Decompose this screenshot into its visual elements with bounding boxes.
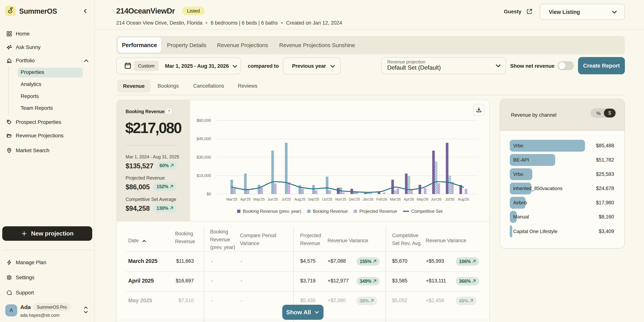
svg-text:Feb'26: Feb'26 — [376, 197, 387, 201]
svg-text:Oct'25: Oct'25 — [322, 197, 332, 201]
svg-text:May'26: May'26 — [417, 197, 428, 201]
svg-text:Apr'26: Apr'26 — [404, 197, 414, 201]
svg-text:$0: $0 — [206, 192, 211, 196]
svg-text:Mar'25: Mar'25 — [226, 197, 237, 201]
svg-text:Jun'25: Jun'25 — [267, 197, 278, 201]
svg-text:Aug'25: Aug'25 — [294, 197, 306, 201]
svg-text:Apr'25: Apr'25 — [240, 197, 250, 201]
svg-text:Aug'26: Aug'26 — [458, 197, 469, 201]
svg-text:Jul'26: Jul'26 — [445, 197, 454, 201]
svg-text:Jan'26: Jan'26 — [363, 197, 373, 201]
svg-text:Nov'25: Nov'25 — [335, 197, 346, 201]
svg-text:$30,000: $30,000 — [196, 155, 211, 160]
svg-text:Jun'26: Jun'26 — [431, 197, 442, 201]
svg-text:Dec'25: Dec'25 — [349, 197, 360, 201]
svg-text:Sep'25: Sep'25 — [308, 197, 319, 201]
svg-text:$15,000: $15,000 — [196, 173, 211, 178]
svg-text:May'25: May'25 — [253, 197, 265, 201]
svg-text:$45,000: $45,000 — [196, 136, 211, 141]
svg-text:$60,000: $60,000 — [196, 118, 211, 123]
svg-text:Mar'26: Mar'26 — [390, 197, 401, 201]
svg-text:Jul'25: Jul'25 — [282, 197, 291, 201]
